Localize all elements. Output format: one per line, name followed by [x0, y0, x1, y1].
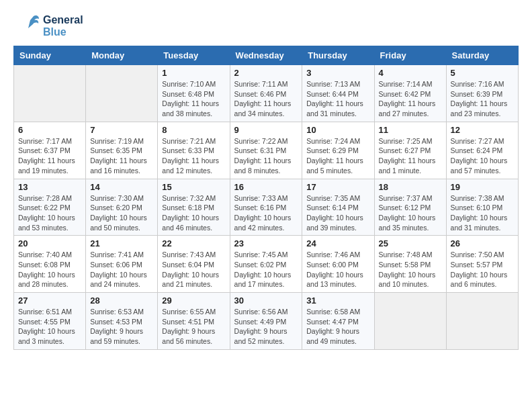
day-number: 12: [451, 125, 514, 135]
calendar-cell: 19Sunrise: 7:38 AM Sunset: 6:10 PM Dayli…: [446, 179, 518, 236]
header-saturday: Saturday: [446, 46, 518, 65]
day-info: Sunrise: 7:48 AM Sunset: 5:58 PM Dayligh…: [379, 250, 442, 289]
day-info: Sunrise: 6:58 AM Sunset: 4:47 PM Dayligh…: [306, 307, 369, 347]
day-number: 28: [90, 295, 153, 306]
day-number: 11: [379, 125, 442, 135]
calendar-cell: 31Sunrise: 6:58 AM Sunset: 4:47 PM Dayli…: [302, 293, 374, 350]
calendar-cell: 14Sunrise: 7:30 AM Sunset: 6:20 PM Dayli…: [86, 179, 158, 236]
day-number: 27: [18, 295, 81, 306]
day-number: 29: [162, 295, 225, 306]
logo: General Blue: [13, 13, 83, 39]
day-info: Sunrise: 7:16 AM Sunset: 6:39 PM Dayligh…: [451, 79, 514, 119]
calendar-cell: 26Sunrise: 7:50 AM Sunset: 5:57 PM Dayli…: [446, 236, 518, 293]
day-info: Sunrise: 6:53 AM Sunset: 4:53 PM Dayligh…: [90, 307, 153, 347]
day-info: Sunrise: 7:14 AM Sunset: 6:42 PM Dayligh…: [379, 79, 442, 119]
calendar-cell: 21Sunrise: 7:41 AM Sunset: 6:06 PM Dayli…: [86, 236, 158, 293]
day-number: 14: [90, 182, 153, 192]
calendar-cell: 22Sunrise: 7:43 AM Sunset: 6:04 PM Dayli…: [158, 236, 230, 293]
day-number: 20: [18, 238, 81, 248]
calendar-cell: 15Sunrise: 7:32 AM Sunset: 6:18 PM Dayli…: [158, 179, 230, 236]
day-info: Sunrise: 7:25 AM Sunset: 6:27 PM Dayligh…: [379, 136, 442, 176]
header-friday: Friday: [374, 46, 446, 65]
day-info: Sunrise: 7:32 AM Sunset: 6:18 PM Dayligh…: [162, 193, 225, 233]
calendar-cell: 7Sunrise: 7:19 AM Sunset: 6:35 PM Daylig…: [86, 122, 158, 179]
day-number: 10: [306, 125, 369, 135]
day-info: Sunrise: 7:21 AM Sunset: 6:33 PM Dayligh…: [162, 136, 225, 176]
day-info: Sunrise: 7:24 AM Sunset: 6:29 PM Dayligh…: [306, 136, 369, 176]
calendar-cell: 16Sunrise: 7:33 AM Sunset: 6:16 PM Dayli…: [230, 179, 302, 236]
day-info: Sunrise: 7:28 AM Sunset: 6:22 PM Dayligh…: [18, 193, 81, 233]
header-sunday: Sunday: [14, 46, 86, 65]
day-info: Sunrise: 7:33 AM Sunset: 6:16 PM Dayligh…: [234, 193, 298, 233]
day-info: Sunrise: 7:40 AM Sunset: 6:08 PM Dayligh…: [18, 250, 81, 289]
day-number: 21: [90, 238, 153, 248]
logo-blue: Blue: [43, 26, 83, 38]
calendar-cell: 23Sunrise: 7:45 AM Sunset: 6:02 PM Dayli…: [230, 236, 302, 293]
header-monday: Monday: [86, 46, 158, 65]
calendar-cell: 2Sunrise: 7:11 AM Sunset: 6:46 PM Daylig…: [230, 65, 302, 122]
day-number: 23: [234, 238, 298, 248]
day-info: Sunrise: 7:43 AM Sunset: 6:04 PM Dayligh…: [162, 250, 225, 289]
day-number: 15: [162, 182, 225, 192]
day-info: Sunrise: 7:17 AM Sunset: 6:37 PM Dayligh…: [18, 136, 81, 176]
day-number: 22: [162, 238, 225, 248]
calendar-cell: 30Sunrise: 6:56 AM Sunset: 4:49 PM Dayli…: [230, 293, 302, 350]
day-number: 30: [234, 295, 298, 306]
day-number: 1: [162, 68, 225, 78]
calendar-cell: 28Sunrise: 6:53 AM Sunset: 4:53 PM Dayli…: [86, 293, 158, 350]
day-info: Sunrise: 7:30 AM Sunset: 6:20 PM Dayligh…: [90, 193, 153, 233]
header-tuesday: Tuesday: [158, 46, 230, 65]
day-number: 31: [306, 295, 369, 306]
day-info: Sunrise: 7:38 AM Sunset: 6:10 PM Dayligh…: [451, 193, 514, 233]
calendar-cell: 8Sunrise: 7:21 AM Sunset: 6:33 PM Daylig…: [158, 122, 230, 179]
calendar-cell: 27Sunrise: 6:51 AM Sunset: 4:55 PM Dayli…: [14, 293, 86, 350]
calendar-cell: 25Sunrise: 7:48 AM Sunset: 5:58 PM Dayli…: [374, 236, 446, 293]
day-info: Sunrise: 7:27 AM Sunset: 6:24 PM Dayligh…: [451, 136, 514, 176]
calendar-cell: 10Sunrise: 7:24 AM Sunset: 6:29 PM Dayli…: [302, 122, 374, 179]
day-number: 4: [379, 68, 442, 78]
calendar-cell: 1Sunrise: 7:10 AM Sunset: 6:48 PM Daylig…: [158, 65, 230, 122]
calendar-cell: 5Sunrise: 7:16 AM Sunset: 6:39 PM Daylig…: [446, 65, 518, 122]
day-info: Sunrise: 7:22 AM Sunset: 6:31 PM Dayligh…: [234, 136, 298, 176]
day-number: 18: [379, 182, 442, 192]
day-number: 19: [451, 182, 514, 192]
day-info: Sunrise: 7:41 AM Sunset: 6:06 PM Dayligh…: [90, 250, 153, 289]
calendar-cell: 9Sunrise: 7:22 AM Sunset: 6:31 PM Daylig…: [230, 122, 302, 179]
calendar-cell: 4Sunrise: 7:14 AM Sunset: 6:42 PM Daylig…: [374, 65, 446, 122]
calendar-cell: [14, 65, 86, 122]
day-number: 13: [18, 182, 81, 192]
day-info: Sunrise: 7:37 AM Sunset: 6:12 PM Dayligh…: [379, 193, 442, 233]
day-number: 24: [306, 238, 369, 248]
day-number: 17: [306, 182, 369, 192]
day-info: Sunrise: 7:19 AM Sunset: 6:35 PM Dayligh…: [90, 136, 153, 176]
day-number: 3: [306, 68, 369, 78]
day-info: Sunrise: 6:55 AM Sunset: 4:51 PM Dayligh…: [162, 307, 225, 347]
day-info: Sunrise: 7:13 AM Sunset: 6:44 PM Dayligh…: [306, 79, 369, 119]
calendar-cell: 17Sunrise: 7:35 AM Sunset: 6:14 PM Dayli…: [302, 179, 374, 236]
day-number: 9: [234, 125, 298, 135]
calendar-table: SundayMondayTuesdayWednesdayThursdayFrid…: [13, 46, 519, 350]
day-number: 7: [90, 125, 153, 135]
day-number: 5: [451, 68, 514, 78]
calendar-cell: [446, 293, 518, 350]
day-info: Sunrise: 6:56 AM Sunset: 4:49 PM Dayligh…: [234, 307, 298, 347]
day-info: Sunrise: 7:10 AM Sunset: 6:48 PM Dayligh…: [162, 79, 225, 119]
calendar-cell: [86, 65, 158, 122]
calendar-cell: 12Sunrise: 7:27 AM Sunset: 6:24 PM Dayli…: [446, 122, 518, 179]
calendar-cell: 20Sunrise: 7:40 AM Sunset: 6:08 PM Dayli…: [14, 236, 86, 293]
calendar-cell: 18Sunrise: 7:37 AM Sunset: 6:12 PM Dayli…: [374, 179, 446, 236]
calendar-cell: 24Sunrise: 7:46 AM Sunset: 6:00 PM Dayli…: [302, 236, 374, 293]
day-info: Sunrise: 7:46 AM Sunset: 6:00 PM Dayligh…: [306, 250, 369, 289]
calendar-cell: 13Sunrise: 7:28 AM Sunset: 6:22 PM Dayli…: [14, 179, 86, 236]
logo-bird-svg: [13, 13, 39, 39]
day-number: 25: [379, 238, 442, 248]
logo-general: General: [43, 14, 83, 26]
day-info: Sunrise: 7:35 AM Sunset: 6:14 PM Dayligh…: [306, 193, 369, 233]
day-number: 8: [162, 125, 225, 135]
day-number: 16: [234, 182, 298, 192]
day-number: 26: [451, 238, 514, 248]
header-thursday: Thursday: [302, 46, 374, 65]
day-info: Sunrise: 7:11 AM Sunset: 6:46 PM Dayligh…: [234, 79, 298, 119]
calendar-cell: 11Sunrise: 7:25 AM Sunset: 6:27 PM Dayli…: [374, 122, 446, 179]
day-info: Sunrise: 6:51 AM Sunset: 4:55 PM Dayligh…: [18, 307, 81, 347]
